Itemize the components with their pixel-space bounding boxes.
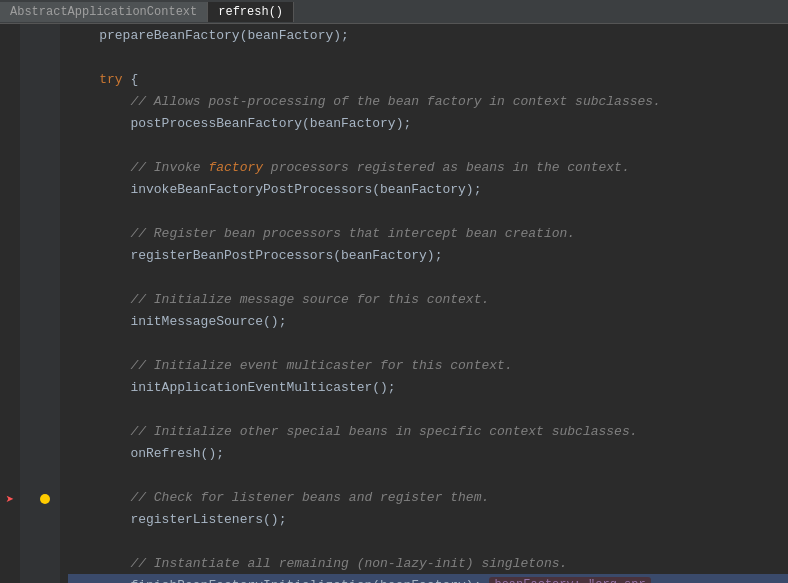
code-line-6: [68, 134, 788, 156]
icon-line-4: [0, 80, 20, 99]
code-line-16: // Initialize event multicaster for this…: [68, 354, 788, 376]
line-icons: ➤: [0, 24, 20, 583]
code-line-14: initMessageSource();: [68, 310, 788, 332]
error-arrow-icon: ➤: [6, 491, 14, 508]
icon-line-26-error: ➤: [0, 490, 20, 509]
code-line-2: [68, 46, 788, 68]
icon-line-15: [0, 285, 20, 304]
icon-line-14: [0, 266, 20, 285]
icon-line-24: [0, 453, 20, 472]
icon-line-13: [0, 248, 20, 267]
tab-abstract-application-context[interactable]: AbstractApplicationContext: [0, 2, 208, 22]
code-line-9: [68, 200, 788, 222]
code-line-20: onRefresh();: [68, 442, 788, 464]
icon-line-5: [0, 99, 20, 118]
icon-line-21: [0, 397, 20, 416]
icon-line-16: [0, 304, 20, 323]
icon-line-11: [0, 210, 20, 229]
code-line-8: invokeBeanFactoryPostProcessors(beanFact…: [68, 178, 788, 200]
code-line-19: // Initialize other special beans in spe…: [68, 420, 788, 442]
gutter: [20, 24, 60, 583]
icon-line-12: [0, 229, 20, 248]
icon-line-18: [0, 341, 20, 360]
code-line-26-debugger: finishBeanFactoryInitialization(beanFact…: [68, 574, 788, 583]
icon-line-1: [0, 24, 20, 43]
code-line-24: [68, 530, 788, 552]
code-line-12: [68, 266, 788, 288]
editor: AbstractApplicationContext refresh(): [0, 0, 788, 583]
code-line-17: initApplicationEventMulticaster();: [68, 376, 788, 398]
icon-line-8: [0, 154, 20, 173]
icon-line-20: [0, 378, 20, 397]
code-line-5: postProcessBeanFactory(beanFactory);: [68, 112, 788, 134]
icon-line-9: [0, 173, 20, 192]
code-line-4: // Allows post-processing of the bean fa…: [68, 90, 788, 112]
code-line-11: registerBeanPostProcessors(beanFactory);: [68, 244, 788, 266]
tab-refresh[interactable]: refresh(): [208, 2, 294, 22]
code-content: prepareBeanFactory(beanFactory); try { /…: [60, 24, 788, 583]
inline-hint: beanFactory: "org.spr: [489, 577, 650, 583]
icon-line-23: [0, 434, 20, 453]
tab-bar: AbstractApplicationContext refresh(): [0, 0, 788, 24]
icon-line-25: [0, 471, 20, 490]
code-line-25: // Instantiate all remaining (non-lazy-i…: [68, 552, 788, 574]
icon-line-27: [0, 509, 20, 528]
icon-line-6: [0, 117, 20, 136]
icon-line-19: [0, 360, 20, 379]
icon-line-30: [0, 565, 20, 583]
code-line-21: [68, 464, 788, 486]
icon-line-2: [0, 43, 20, 62]
code-line-10: // Register bean processors that interce…: [68, 222, 788, 244]
code-line-18: [68, 398, 788, 420]
breakpoint-dot[interactable]: [40, 494, 50, 504]
code-line-22: // Check for listener beans and register…: [68, 486, 788, 508]
code-line-3: try {: [68, 68, 788, 90]
icon-line-22: [0, 415, 20, 434]
code-line-15: [68, 332, 788, 354]
code-line-13: // Initialize message source for this co…: [68, 288, 788, 310]
icon-line-29: [0, 546, 20, 565]
icon-line-7: [0, 136, 20, 155]
code-area: ➤: [0, 24, 788, 583]
code-line-7: // Invoke factory processors registered …: [68, 156, 788, 178]
icon-line-10: [0, 192, 20, 211]
icon-line-28: [0, 527, 20, 546]
icon-line-3: [0, 61, 20, 80]
code-line-1: prepareBeanFactory(beanFactory);: [68, 24, 788, 46]
code-line-23: registerListeners();: [68, 508, 788, 530]
icon-line-17: [0, 322, 20, 341]
